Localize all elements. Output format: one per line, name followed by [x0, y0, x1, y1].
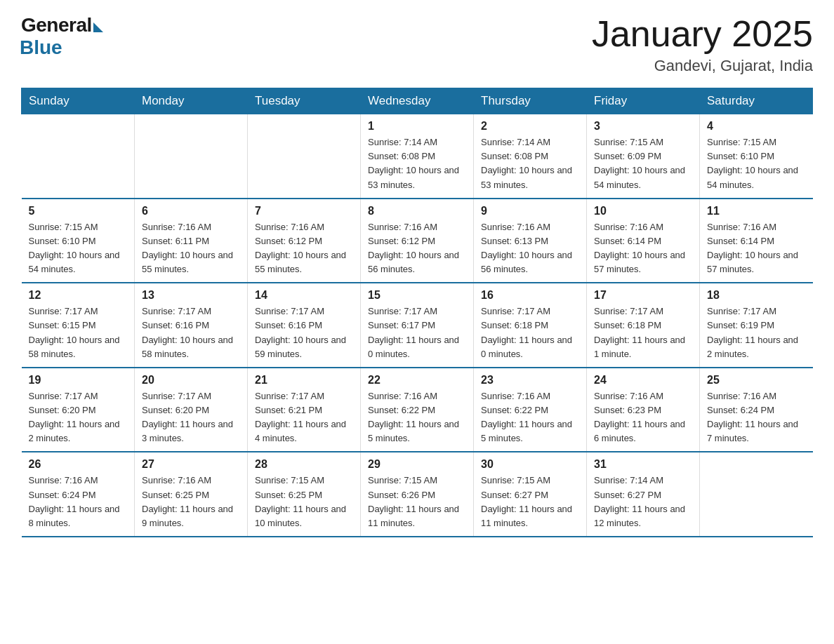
calendar-week-row: 5Sunrise: 7:15 AM Sunset: 6:10 PM Daylig… — [22, 199, 813, 283]
day-number: 15 — [368, 289, 466, 302]
day-number: 19 — [29, 374, 128, 387]
day-info: Sunrise: 7:16 AM Sunset: 6:23 PM Dayligh… — [594, 389, 692, 446]
calendar-cell: 7Sunrise: 7:16 AM Sunset: 6:12 PM Daylig… — [248, 199, 361, 283]
day-info: Sunrise: 7:17 AM Sunset: 6:18 PM Dayligh… — [481, 304, 579, 361]
day-info: Sunrise: 7:15 AM Sunset: 6:26 PM Dayligh… — [368, 474, 466, 530]
day-number: 10 — [594, 205, 692, 217]
calendar-cell: 13Sunrise: 7:17 AM Sunset: 6:16 PM Dayli… — [135, 283, 248, 368]
day-number: 13 — [142, 289, 240, 302]
day-info: Sunrise: 7:16 AM Sunset: 6:12 PM Dayligh… — [368, 220, 466, 277]
day-info: Sunrise: 7:15 AM Sunset: 6:27 PM Dayligh… — [481, 474, 579, 530]
calendar-cell: 3Sunrise: 7:15 AM Sunset: 6:09 PM Daylig… — [587, 114, 700, 199]
day-number: 12 — [29, 289, 128, 302]
calendar-cell: 24Sunrise: 7:16 AM Sunset: 6:23 PM Dayli… — [587, 368, 700, 452]
calendar-cell — [700, 452, 813, 537]
calendar-header-row: SundayMondayTuesdayWednesdayThursdayFrid… — [22, 88, 813, 114]
header-cell-wednesday: Wednesday — [361, 88, 474, 114]
calendar-cell: 25Sunrise: 7:16 AM Sunset: 6:24 PM Dayli… — [700, 368, 813, 452]
day-info: Sunrise: 7:17 AM Sunset: 6:17 PM Dayligh… — [368, 304, 466, 361]
calendar-cell: 21Sunrise: 7:17 AM Sunset: 6:21 PM Dayli… — [248, 368, 361, 452]
day-info: Sunrise: 7:17 AM Sunset: 6:20 PM Dayligh… — [142, 389, 240, 446]
calendar-cell: 8Sunrise: 7:16 AM Sunset: 6:12 PM Daylig… — [361, 199, 474, 283]
day-number: 16 — [481, 289, 579, 302]
calendar-cell: 14Sunrise: 7:17 AM Sunset: 6:16 PM Dayli… — [248, 283, 361, 368]
calendar-cell: 20Sunrise: 7:17 AM Sunset: 6:20 PM Dayli… — [135, 368, 248, 452]
day-info: Sunrise: 7:16 AM Sunset: 6:13 PM Dayligh… — [481, 220, 579, 277]
calendar-cell — [22, 114, 135, 199]
day-number: 6 — [142, 205, 240, 217]
calendar-cell: 15Sunrise: 7:17 AM Sunset: 6:17 PM Dayli… — [361, 283, 474, 368]
logo-triangle-icon — [93, 22, 103, 32]
calendar-cell: 28Sunrise: 7:15 AM Sunset: 6:25 PM Dayli… — [248, 452, 361, 537]
day-number: 25 — [707, 374, 806, 387]
calendar-cell — [248, 114, 361, 199]
day-info: Sunrise: 7:17 AM Sunset: 6:21 PM Dayligh… — [255, 389, 353, 446]
day-number: 20 — [142, 374, 240, 387]
day-number: 5 — [29, 205, 128, 217]
calendar-subtitle: Gandevi, Gujarat, India — [592, 57, 813, 75]
day-number: 11 — [707, 205, 806, 217]
day-info: Sunrise: 7:14 AM Sunset: 6:08 PM Dayligh… — [481, 135, 579, 192]
day-info: Sunrise: 7:17 AM Sunset: 6:20 PM Dayligh… — [29, 389, 128, 446]
day-info: Sunrise: 7:17 AM Sunset: 6:15 PM Dayligh… — [29, 304, 128, 361]
calendar-week-row: 19Sunrise: 7:17 AM Sunset: 6:20 PM Dayli… — [22, 368, 813, 452]
day-info: Sunrise: 7:14 AM Sunset: 6:27 PM Dayligh… — [594, 474, 692, 530]
day-info: Sunrise: 7:15 AM Sunset: 6:10 PM Dayligh… — [29, 220, 128, 277]
day-number: 31 — [594, 458, 692, 471]
calendar-cell: 5Sunrise: 7:15 AM Sunset: 6:10 PM Daylig… — [22, 199, 135, 283]
day-info: Sunrise: 7:17 AM Sunset: 6:19 PM Dayligh… — [707, 304, 806, 361]
calendar-cell: 31Sunrise: 7:14 AM Sunset: 6:27 PM Dayli… — [587, 452, 700, 537]
day-number: 23 — [481, 374, 579, 387]
day-info: Sunrise: 7:16 AM Sunset: 6:14 PM Dayligh… — [594, 220, 692, 277]
day-number: 7 — [255, 205, 353, 217]
header-cell-thursday: Thursday — [474, 88, 587, 114]
header-cell-tuesday: Tuesday — [248, 88, 361, 114]
day-number: 2 — [481, 120, 579, 133]
logo: General Blue — [21, 14, 103, 59]
calendar-cell: 12Sunrise: 7:17 AM Sunset: 6:15 PM Dayli… — [22, 283, 135, 368]
calendar-cell: 9Sunrise: 7:16 AM Sunset: 6:13 PM Daylig… — [474, 199, 587, 283]
day-number: 4 — [707, 120, 806, 133]
day-number: 21 — [255, 374, 353, 387]
calendar-cell: 30Sunrise: 7:15 AM Sunset: 6:27 PM Dayli… — [474, 452, 587, 537]
day-info: Sunrise: 7:16 AM Sunset: 6:25 PM Dayligh… — [142, 474, 240, 530]
calendar-cell: 26Sunrise: 7:16 AM Sunset: 6:24 PM Dayli… — [22, 452, 135, 537]
day-info: Sunrise: 7:15 AM Sunset: 6:10 PM Dayligh… — [707, 135, 806, 192]
calendar-cell: 10Sunrise: 7:16 AM Sunset: 6:14 PM Dayli… — [587, 199, 700, 283]
day-number: 22 — [368, 374, 466, 387]
day-info: Sunrise: 7:16 AM Sunset: 6:22 PM Dayligh… — [481, 389, 579, 446]
calendar-title: January 2025 — [592, 14, 813, 54]
day-number: 8 — [368, 205, 466, 217]
calendar-cell: 4Sunrise: 7:15 AM Sunset: 6:10 PM Daylig… — [700, 114, 813, 199]
day-info: Sunrise: 7:16 AM Sunset: 6:14 PM Dayligh… — [707, 220, 806, 277]
day-info: Sunrise: 7:17 AM Sunset: 6:16 PM Dayligh… — [142, 304, 240, 361]
calendar-week-row: 1Sunrise: 7:14 AM Sunset: 6:08 PM Daylig… — [22, 114, 813, 199]
day-number: 14 — [255, 289, 353, 302]
calendar-cell: 16Sunrise: 7:17 AM Sunset: 6:18 PM Dayli… — [474, 283, 587, 368]
day-info: Sunrise: 7:16 AM Sunset: 6:24 PM Dayligh… — [29, 474, 128, 530]
logo-general-text: General — [21, 14, 92, 36]
title-block: January 2025 Gandevi, Gujarat, India — [592, 14, 813, 75]
day-info: Sunrise: 7:14 AM Sunset: 6:08 PM Dayligh… — [368, 135, 466, 192]
day-info: Sunrise: 7:15 AM Sunset: 6:09 PM Dayligh… — [594, 135, 692, 192]
day-number: 24 — [594, 374, 692, 387]
calendar-cell: 27Sunrise: 7:16 AM Sunset: 6:25 PM Dayli… — [135, 452, 248, 537]
calendar-cell: 1Sunrise: 7:14 AM Sunset: 6:08 PM Daylig… — [361, 114, 474, 199]
day-number: 17 — [594, 289, 692, 302]
calendar-cell: 22Sunrise: 7:16 AM Sunset: 6:22 PM Dayli… — [361, 368, 474, 452]
day-info: Sunrise: 7:17 AM Sunset: 6:16 PM Dayligh… — [255, 304, 353, 361]
calendar-cell: 2Sunrise: 7:14 AM Sunset: 6:08 PM Daylig… — [474, 114, 587, 199]
day-number: 3 — [594, 120, 692, 133]
header-cell-monday: Monday — [135, 88, 248, 114]
day-number: 30 — [481, 458, 579, 471]
day-info: Sunrise: 7:16 AM Sunset: 6:22 PM Dayligh… — [368, 389, 466, 446]
day-number: 18 — [707, 289, 806, 302]
day-number: 27 — [142, 458, 240, 471]
calendar-cell — [135, 114, 248, 199]
calendar-week-row: 12Sunrise: 7:17 AM Sunset: 6:15 PM Dayli… — [22, 283, 813, 368]
day-number: 9 — [481, 205, 579, 217]
day-info: Sunrise: 7:16 AM Sunset: 6:12 PM Dayligh… — [255, 220, 353, 277]
header-cell-sunday: Sunday — [22, 88, 135, 114]
day-number: 1 — [368, 120, 466, 133]
day-number: 26 — [29, 458, 128, 471]
